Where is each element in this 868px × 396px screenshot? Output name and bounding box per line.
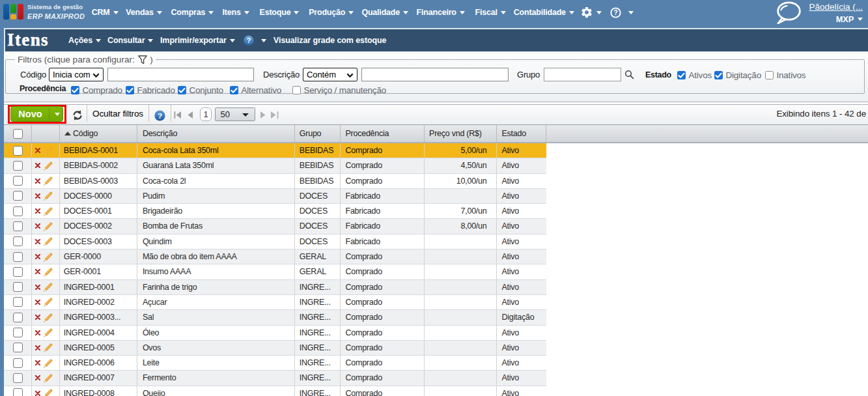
svg-text:?: ? bbox=[158, 111, 162, 120]
svg-text:?: ? bbox=[246, 36, 250, 44]
svg-text:?: ? bbox=[613, 9, 617, 16]
